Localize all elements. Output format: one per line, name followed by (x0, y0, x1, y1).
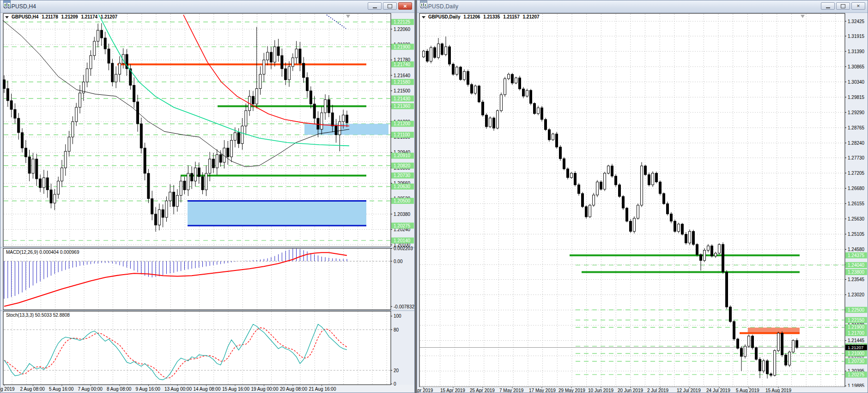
price-axis-label: 1.28765 (848, 125, 865, 130)
time-label: 12 Jul 2019 (677, 388, 701, 393)
time-label: 10 Jun 2019 (588, 388, 613, 393)
restore-button[interactable] (836, 2, 850, 10)
svg-text:1.21900: 1.21900 (848, 325, 865, 330)
time-label: 21 Aug 16:00 (309, 387, 336, 392)
svg-text:1.20820: 1.20820 (394, 163, 411, 168)
price-axis-label: 1.21640 (394, 73, 411, 78)
close-button[interactable]: ✕ (851, 2, 865, 10)
level-price-labels: 1.243751.240401.238001.225001.221501.219… (845, 252, 867, 378)
svg-text:1.21430: 1.21430 (394, 96, 411, 101)
svg-text:1.22150: 1.22150 (848, 318, 865, 323)
svg-text:1.20275: 1.20275 (394, 223, 411, 228)
time-label: 15 Aug 2019 (765, 388, 792, 393)
svg-text:1.22500: 1.22500 (848, 307, 865, 313)
svg-text:1.22125: 1.22125 (394, 19, 411, 25)
minimize-button[interactable] (368, 2, 382, 10)
time-label: 7 May 2019 (499, 388, 524, 393)
price-axis-label: 1.32425 (848, 19, 865, 24)
price-axis-label: 1.29290 (848, 110, 865, 115)
time-label: 19 Aug 00:00 (251, 387, 279, 392)
restore-button[interactable] (383, 2, 397, 10)
svg-text:1.21200: 1.21200 (394, 121, 411, 126)
svg-text:1.21207: 1.21207 (848, 345, 863, 350)
price-axis-label: 1.25630 (848, 216, 865, 221)
svg-text:1.20275: 1.20275 (848, 372, 865, 377)
svg-text:1.21900: 1.21900 (394, 44, 411, 49)
time-label: 14 Aug 08:00 (194, 387, 221, 392)
time-label: 5 Aug 2019 (736, 388, 759, 393)
price-axis-label: 1.25105 (848, 232, 865, 237)
time-label: 2 Aug 08:00 (20, 387, 45, 392)
time-label: 20 Aug 08:00 (280, 387, 307, 392)
svg-text:1.20140: 1.20140 (394, 238, 411, 243)
macd-axis-label: -0.007832 (394, 304, 414, 309)
price-axis-label: 1.31390 (848, 49, 865, 54)
time-label: 1 Aug 2019 (0, 387, 15, 392)
right-title-bar[interactable]: GBPUSD,Daily ✕ (417, 0, 868, 13)
price-axis-label: 1.24580 (848, 247, 865, 252)
price-axis-label: 1.30865 (848, 64, 865, 69)
price-axis-label: 1.26680 (848, 186, 865, 191)
stoch-axis-label: 100 (394, 313, 401, 319)
stoch-axis-label: 20 (394, 368, 399, 373)
macd-axis-label: 0.00 (394, 259, 403, 264)
price-axis-label: 1.23020 (848, 292, 865, 297)
price-axis-label: 1.20380 (394, 212, 411, 217)
svg-text:1.21000: 1.21000 (848, 351, 865, 356)
svg-text:1.21100: 1.21100 (394, 132, 410, 137)
time-label: 8 Aug 08:00 (107, 387, 132, 392)
time-label: 13 Aug 00:00 (164, 387, 192, 392)
time-label: 29 May 2019 (558, 388, 585, 393)
time-label: 15 Apr 2019 (440, 388, 465, 393)
svg-text:1.20910: 1.20910 (394, 153, 411, 158)
price-axis-label: 1.31915 (848, 34, 865, 39)
svg-text:1.21360: 1.21360 (394, 104, 411, 109)
symbol-dropdown-icon[interactable] (5, 16, 9, 18)
chart-icon (420, 0, 427, 7)
level-price-labels: 1.221251.219001.217401.215801.214301.213… (391, 19, 414, 244)
price-axis-label: 1.23545 (848, 277, 865, 282)
close-button[interactable]: ✕ (398, 2, 412, 10)
svg-text:1.20730: 1.20730 (848, 359, 865, 364)
time-label: 17 May 2019 (529, 388, 556, 393)
metatrader-workspace: { "left_window": { "title": "GBPUSD,H4",… (0, 0, 868, 393)
time-label: 9 Aug 16:00 (136, 387, 161, 392)
svg-text:1.21700: 1.21700 (848, 331, 865, 336)
macd-axis-label: 0.002203 (394, 246, 413, 251)
svg-text:1.24375: 1.24375 (848, 253, 865, 258)
svg-text:1.24040: 1.24040 (848, 263, 865, 268)
stoch-axis-label: 0 (394, 381, 396, 387)
stoch-axis-label: 80 (394, 327, 399, 332)
svg-text:1.23800: 1.23800 (848, 270, 865, 275)
right-chart-canvas[interactable]: 1.324251.319151.313901.308651.303401.298… (417, 0, 868, 393)
price-axis-label: 1.28240 (848, 141, 865, 146)
svg-text:1.21580: 1.21580 (394, 80, 411, 85)
time-label: 20 Jun 2019 (618, 388, 643, 393)
left-title-bar[interactable]: GBPUSD,H4 ✕ (0, 0, 414, 13)
symbol-dropdown-icon[interactable] (422, 16, 425, 18)
minimize-button[interactable] (821, 2, 835, 10)
price-axis-label: 1.27730 (848, 155, 865, 160)
stoch-pane[interactable] (3, 311, 391, 385)
price-axis-label: 1.22060 (394, 27, 411, 32)
left-window: 1.220601.219201.217801.216401.215001.213… (0, 0, 415, 393)
svg-text:1.20730: 1.20730 (394, 173, 411, 178)
svg-text:1.20630: 1.20630 (394, 184, 411, 189)
macd-pane[interactable] (3, 248, 391, 310)
time-label: 5 Aug 16:00 (49, 387, 74, 392)
time-label: 2 Jul 2019 (647, 388, 669, 393)
left-chart-canvas[interactable]: 1.220601.219201.217801.216401.215001.213… (0, 0, 414, 393)
price-axis-label: 1.27205 (848, 171, 865, 176)
price-axis-label: 1.30340 (848, 80, 865, 85)
chart-icon (3, 0, 11, 7)
time-label: 3 Apr 2019 (417, 388, 433, 393)
time-label: 24 Jul 2019 (706, 388, 730, 393)
time-label: 25 Apr 2019 (470, 388, 495, 393)
svg-text:1.21740: 1.21740 (394, 62, 411, 67)
price-axis-label: 1.21445 (848, 338, 865, 343)
right-window: 1.324251.319151.313901.308651.303401.298… (417, 0, 868, 393)
price-axis-label: 1.21500 (394, 88, 411, 93)
time-label: 15 Aug 16:00 (222, 387, 249, 392)
svg-text:1.20500: 1.20500 (394, 198, 411, 203)
price-axis-label: 1.29815 (848, 95, 865, 100)
